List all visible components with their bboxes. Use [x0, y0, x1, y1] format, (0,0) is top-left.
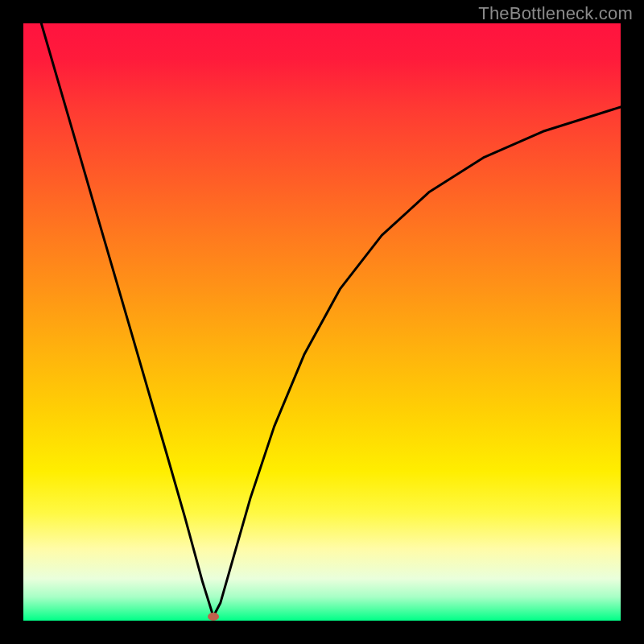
curve-layer	[23, 23, 621, 621]
plot-area	[23, 23, 621, 621]
chart-frame: TheBottleneck.com	[0, 0, 644, 644]
minimum-marker	[208, 613, 219, 621]
bottleneck-curve	[41, 23, 621, 617]
watermark-text: TheBottleneck.com	[478, 3, 633, 24]
